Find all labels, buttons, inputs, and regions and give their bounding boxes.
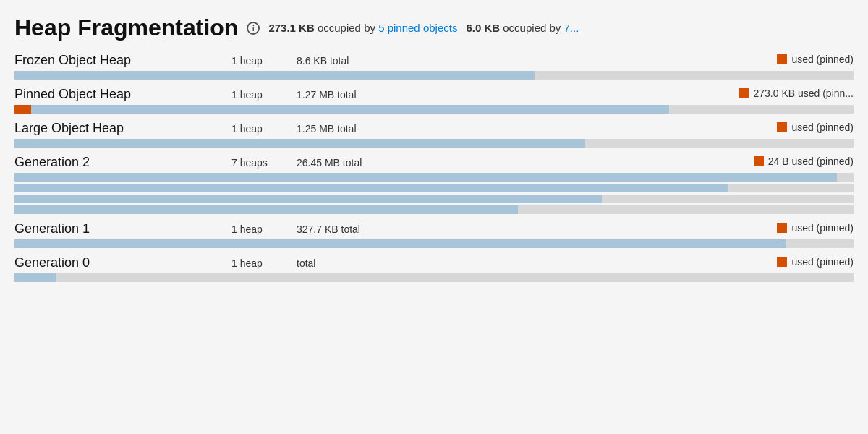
section-header-row: Generation 11 heap327.7 KB totalused (pi… xyxy=(14,221,854,237)
section-generation-2: Generation 27 heaps26.45 MB total24 B us… xyxy=(14,155,854,214)
header-stat2-text: occupied by xyxy=(503,22,563,34)
bar-container xyxy=(14,139,854,148)
section-count: 1 heap xyxy=(231,123,297,135)
legend-color-box xyxy=(777,257,787,267)
section-header-row: Generation 01 heaptotalused (pinned) xyxy=(14,255,854,271)
section-count: 1 heap xyxy=(231,55,297,67)
section-generation-0: Generation 01 heaptotalused (pinned) xyxy=(14,255,854,282)
section-large-object-heap: Large Object Heap1 heap1.25 MB totalused… xyxy=(14,121,854,148)
section-name: Large Object Heap xyxy=(14,121,231,136)
section-header-row: Frozen Object Heap1 heap8.6 KB totalused… xyxy=(14,53,854,68)
section-size: total xyxy=(297,258,412,269)
legend-color-box xyxy=(754,156,764,166)
legend-text: 24 B used (pinned) xyxy=(768,156,854,167)
bar-container xyxy=(14,71,854,80)
bar-container xyxy=(14,239,854,248)
section-legend: used (pinned) xyxy=(777,222,854,234)
bar-pinned xyxy=(14,105,31,114)
legend-text: used (pinned) xyxy=(791,256,854,268)
objects-link2[interactable]: 7... xyxy=(564,22,579,34)
header-stat1-text: occupied by xyxy=(318,22,375,34)
section-size: 8.6 KB total xyxy=(297,55,412,67)
section-size: 327.7 KB total xyxy=(297,224,412,235)
page-container: Heap Fragmentation i 273.1 KB occupied b… xyxy=(0,0,868,434)
bar-fill xyxy=(14,205,518,214)
section-name: Generation 1 xyxy=(14,221,231,237)
section-name: Pinned Object Heap xyxy=(14,87,231,102)
legend-text: used (pinned) xyxy=(791,54,854,65)
section-legend: 24 B used (pinned) xyxy=(754,156,854,167)
legend-text: used (pinned) xyxy=(791,222,854,234)
sections-container: Frozen Object Heap1 heap8.6 KB totalused… xyxy=(14,53,854,282)
page-title: Heap Fragmentation xyxy=(14,14,238,41)
bar-fill xyxy=(14,239,786,248)
legend-color-box xyxy=(777,122,787,132)
legend-text: used (pinned) xyxy=(791,122,854,133)
bar-fill xyxy=(14,273,56,282)
section-legend: used (pinned) xyxy=(777,54,854,65)
section-legend: 273.0 KB used (pinn... xyxy=(739,88,854,99)
section-count: 1 heap xyxy=(231,89,297,101)
bar-fill xyxy=(14,139,585,148)
bar-container xyxy=(14,105,854,114)
header-stat1-amount: 273.1 KB xyxy=(268,22,314,34)
section-count: 1 heap xyxy=(231,224,297,235)
pinned-objects-link[interactable]: 5 pinned objects xyxy=(378,22,457,34)
section-pinned-object-heap: Pinned Object Heap1 heap1.27 MB total273… xyxy=(14,87,854,114)
multi-bar xyxy=(14,173,854,214)
header-stat2: 6.0 KB occupied by 7... xyxy=(466,22,579,34)
bar-fill xyxy=(14,173,837,182)
bar-row-0 xyxy=(14,173,854,182)
section-count: 7 heaps xyxy=(231,157,297,169)
legend-text: 273.0 KB used (pinn... xyxy=(753,88,854,99)
section-size: 26.45 MB total xyxy=(297,157,412,169)
bar-fill xyxy=(14,105,669,114)
bar-fill xyxy=(14,184,728,192)
legend-color-box xyxy=(739,88,749,98)
bar-fill xyxy=(14,71,535,80)
section-header-row: Large Object Heap1 heap1.25 MB totalused… xyxy=(14,121,854,136)
section-name: Frozen Object Heap xyxy=(14,53,231,68)
legend-color-box xyxy=(777,223,787,233)
section-legend: used (pinned) xyxy=(777,122,854,133)
bar-row-1 xyxy=(14,184,854,192)
header-stat2-amount: 6.0 KB xyxy=(466,22,500,34)
section-header-row: Pinned Object Heap1 heap1.27 MB total273… xyxy=(14,87,854,102)
section-size: 1.27 MB total xyxy=(297,89,412,101)
legend-color-box xyxy=(777,54,787,64)
header-stat1: 273.1 KB occupied by 5 pinned objects xyxy=(268,22,457,34)
bar-container xyxy=(14,273,854,282)
section-size: 1.25 MB total xyxy=(297,123,412,135)
section-frozen-object-heap: Frozen Object Heap1 heap8.6 KB totalused… xyxy=(14,53,854,80)
info-icon[interactable]: i xyxy=(247,22,260,35)
section-name: Generation 2 xyxy=(14,155,231,170)
section-generation-1: Generation 11 heap327.7 KB totalused (pi… xyxy=(14,221,854,248)
bar-fill xyxy=(14,195,602,203)
bar-row-3 xyxy=(14,205,854,214)
section-legend: used (pinned) xyxy=(777,256,854,268)
section-header-row: Generation 27 heaps26.45 MB total24 B us… xyxy=(14,155,854,170)
section-count: 1 heap xyxy=(231,258,297,269)
bar-row-2 xyxy=(14,195,854,203)
page-header: Heap Fragmentation i 273.1 KB occupied b… xyxy=(14,14,854,41)
section-name: Generation 0 xyxy=(14,255,231,271)
